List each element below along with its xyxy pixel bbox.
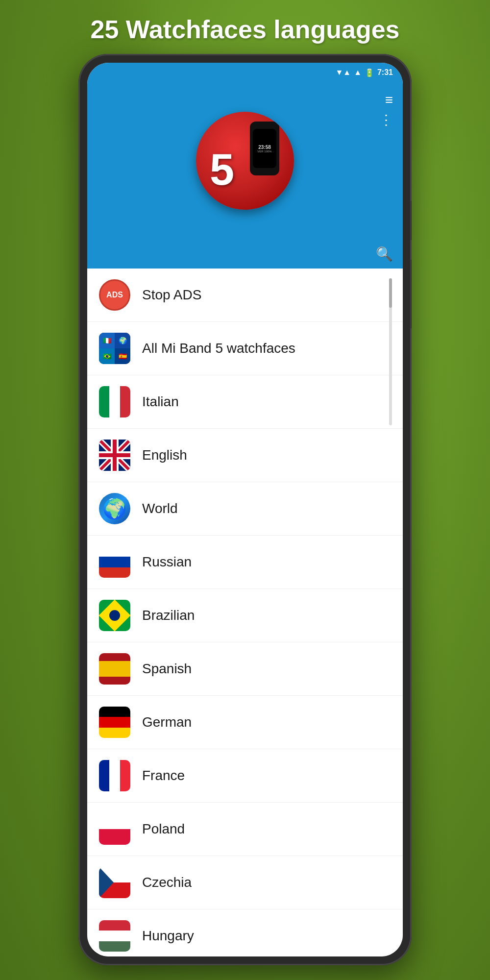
page-title: 25 Watchfaces languages <box>0 0 490 54</box>
menu-item-icon-poland <box>99 813 130 845</box>
ads-icon: ADS <box>99 279 130 311</box>
flag-italy-icon <box>99 386 130 417</box>
menu-item-stop-ads[interactable]: ADS Stop ADS <box>87 269 403 322</box>
app-header: 5 23:58 VER 100% ≡ ⋮ <box>87 82 403 239</box>
phone-screen: ▼▲ ▲ 🔋 7:31 5 23:58 VER 100% <box>87 63 403 956</box>
menu-item-icon-czechia <box>99 867 130 898</box>
scrollbar-thumb[interactable] <box>389 278 392 308</box>
phone-side-button-volume <box>411 201 412 240</box>
menu-item-icon-german <box>99 707 130 738</box>
menu-list: ADS Stop ADS 🇮🇹 🌍 🇧🇷 🇪🇸 All Mi Band 5 wa… <box>87 269 403 956</box>
flag-germany-icon <box>99 707 130 738</box>
flag-uk-icon <box>99 440 130 471</box>
scrollbar-track[interactable] <box>389 278 392 425</box>
menu-item-all-watchfaces[interactable]: 🇮🇹 🌍 🇧🇷 🇪🇸 All Mi Band 5 watchfaces <box>87 322 403 375</box>
menu-item-label-poland: Poland <box>142 821 185 837</box>
time-display: 7:31 <box>377 68 393 77</box>
menu-item-label-france: France <box>142 768 185 784</box>
flag-brazil-icon <box>99 600 130 631</box>
menu-item-icon-france <box>99 760 130 791</box>
menu-item-russian[interactable]: Russian <box>87 536 403 589</box>
search-icon[interactable]: 🔍 <box>376 246 393 262</box>
flag-france-icon <box>99 760 130 791</box>
menu-item-icon-stop-ads: ADS <box>99 279 130 311</box>
logo-number: 5 <box>210 145 234 195</box>
logo-circle: 5 23:58 VER 100% <box>196 112 294 210</box>
menu-item-label-czechia: Czechia <box>142 875 192 890</box>
menu-item-icon-italian <box>99 386 130 417</box>
flag-czechia-icon <box>99 867 130 898</box>
menu-item-france[interactable]: France <box>87 749 403 803</box>
menu-item-italian[interactable]: Italian <box>87 375 403 429</box>
menu-item-label-brazilian: Brazilian <box>142 608 195 623</box>
wifi-icon: ▼▲ <box>335 68 351 77</box>
flag-hungary-icon <box>99 920 130 952</box>
menu-item-label-english: English <box>142 447 187 463</box>
menu-item-poland[interactable]: Poland <box>87 803 403 856</box>
menu-item-label-stop-ads: Stop ADS <box>142 287 201 303</box>
menu-item-czechia[interactable]: Czechia <box>87 856 403 909</box>
search-bar: 🔍 <box>87 239 403 269</box>
menu-item-label-russian: Russian <box>142 554 192 570</box>
header-menu-icons: ≡ ⋮ <box>379 92 393 128</box>
flag-russia-icon <box>99 546 130 578</box>
phone-side-button-power <box>411 260 412 328</box>
menu-item-label-italian: Italian <box>142 394 179 410</box>
menu-item-label-hungary: Hungary <box>142 928 194 944</box>
menu-item-english[interactable]: English <box>87 429 403 482</box>
menu-item-label-world: World <box>142 501 178 516</box>
menu-item-icon-world: 🌍 <box>99 493 130 524</box>
menu-item-icon-russian <box>99 546 130 578</box>
menu-item-icon-brazilian <box>99 600 130 631</box>
all-watchfaces-icon: 🇮🇹 🌍 🇧🇷 🇪🇸 <box>99 333 130 364</box>
phone-container: ▼▲ ▲ 🔋 7:31 5 23:58 VER 100% <box>78 54 412 965</box>
phone-frame: ▼▲ ▲ 🔋 7:31 5 23:58 VER 100% <box>78 54 412 965</box>
menu-item-world[interactable]: 🌍 World <box>87 482 403 536</box>
menu-icon[interactable]: ≡ <box>385 92 393 108</box>
menu-item-icon-spanish <box>99 653 130 685</box>
status-icons: ▼▲ ▲ 🔋 7:31 <box>335 68 393 77</box>
flag-world-icon: 🌍 <box>99 493 130 524</box>
menu-item-label-spanish: Spanish <box>142 661 192 677</box>
app-header-logo: 5 23:58 VER 100% <box>97 112 393 210</box>
menu-item-spanish[interactable]: Spanish <box>87 642 403 696</box>
watch-text: VER 100% <box>257 150 271 153</box>
menu-item-label-all-watchfaces: All Mi Band 5 watchfaces <box>142 341 295 356</box>
menu-item-icon-all-watchfaces: 🇮🇹 🌍 🇧🇷 🇪🇸 <box>99 333 130 364</box>
menu-item-label-german: German <box>142 714 192 730</box>
status-bar: ▼▲ ▲ 🔋 7:31 <box>87 63 403 82</box>
flag-poland-icon <box>99 813 130 845</box>
menu-item-brazilian[interactable]: Brazilian <box>87 589 403 642</box>
flag-spain-icon <box>99 653 130 685</box>
logo-watch-screen: 23:58 VER 100% <box>253 129 276 168</box>
battery-icon: 🔋 <box>365 68 374 77</box>
more-icon[interactable]: ⋮ <box>379 112 393 128</box>
signal-icon: ▲ <box>354 68 362 77</box>
menu-item-german[interactable]: German <box>87 696 403 749</box>
menu-item-icon-hungary <box>99 920 130 952</box>
menu-item-icon-english <box>99 440 130 471</box>
logo-watch: 23:58 VER 100% <box>250 122 279 175</box>
menu-item-hungary[interactable]: Hungary <box>87 909 403 956</box>
watch-time: 23:58 <box>258 145 271 150</box>
